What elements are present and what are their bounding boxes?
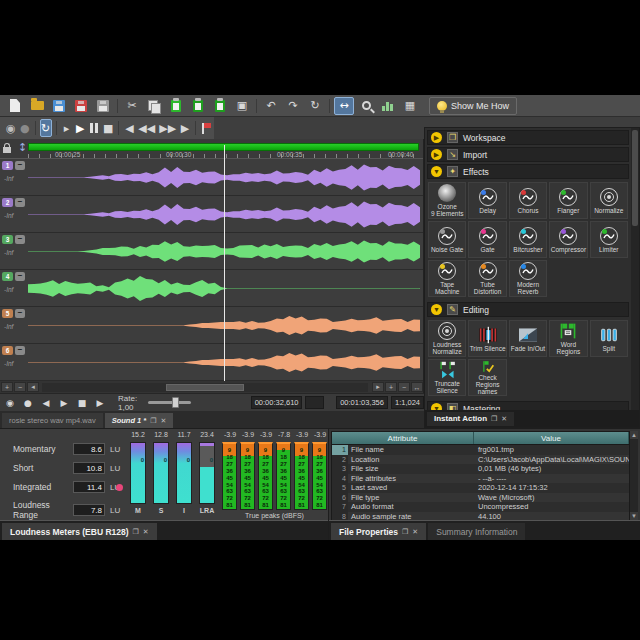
ripple-tool-icon[interactable]: ↕	[18, 142, 27, 153]
document-tab[interactable]: Sound 1 *❐✕	[105, 413, 174, 428]
go-start-icon[interactable]: ◀	[38, 396, 54, 410]
track-number-badge[interactable]: 1	[2, 161, 13, 170]
selection-tool-icon[interactable]: ▦	[400, 97, 420, 115]
editing-trim-silence[interactable]: Trim Silence	[468, 320, 506, 357]
scrollbar-thumb[interactable]	[166, 384, 244, 391]
rewind-icon[interactable]: ◀◀	[137, 119, 156, 137]
zoom-in-time-button[interactable]: +	[385, 382, 397, 392]
property-row-file-size[interactable]: 3File size0,01 MB (46 bytes)	[332, 464, 629, 474]
editing-check-regions-names[interactable]: Check Regions names	[468, 359, 506, 396]
property-row-last-saved[interactable]: 5Last saved2020-12-14 17:15:32	[332, 483, 629, 493]
track-number-badge[interactable]: 5	[2, 309, 13, 318]
section-header-workspace[interactable]: ▶❐Workspace	[427, 130, 629, 145]
tab-file-properties[interactable]: File Properties ❐ ✕	[331, 523, 426, 540]
save-as-icon[interactable]	[71, 97, 91, 115]
copy-icon[interactable]	[144, 97, 164, 115]
editing-loudness-normalize[interactable]: Loudness Normalize	[428, 320, 466, 357]
scroll-left-button[interactable]: ◂	[27, 382, 39, 392]
zoom-out-button[interactable]: −	[14, 382, 26, 392]
repeat-icon[interactable]: ↻	[305, 97, 325, 115]
play-all-icon[interactable]: ▸	[61, 119, 73, 137]
expand-arrow-icon[interactable]: ▶	[431, 132, 442, 143]
track-minimize-button[interactable]: −	[15, 346, 25, 355]
stop-icon[interactable]: ■	[74, 396, 90, 410]
close-icon[interactable]: ✕	[412, 528, 418, 536]
track-row-4[interactable]: 4−-Inf	[0, 270, 423, 307]
table-scrollbar[interactable]: ▲ ▼	[630, 431, 638, 520]
zoom-tool-icon[interactable]	[356, 97, 376, 115]
table-header[interactable]: Attribute Value	[332, 432, 629, 445]
expand-arrow-icon[interactable]: ▶	[431, 149, 442, 160]
undo-icon[interactable]: ↶	[261, 97, 281, 115]
cut-icon[interactable]: ✂	[122, 97, 142, 115]
effect-ozone-9-elements[interactable]: Ozone 9 Elements	[428, 182, 466, 219]
property-row-file-name[interactable]: 1File namefrg001.tmp	[332, 445, 629, 455]
go-end-icon[interactable]: ▶	[179, 119, 191, 137]
envelope-tool-icon[interactable]	[378, 97, 398, 115]
track-minimize-button[interactable]: −	[15, 235, 25, 244]
track-number-badge[interactable]: 3	[2, 235, 13, 244]
editing-split[interactable]: Split	[590, 320, 628, 357]
effect-normalize[interactable]: Normalize	[590, 182, 628, 219]
track-row-2[interactable]: 2−-Inf	[0, 196, 423, 233]
play-icon[interactable]: ▶	[92, 396, 108, 410]
go-end-icon[interactable]: ▶	[56, 396, 72, 410]
editing-fade-in-out[interactable]: Fade In/Out	[509, 320, 547, 357]
float-window-icon[interactable]: ❐	[133, 528, 139, 536]
lock-icon[interactable]	[3, 147, 11, 153]
track-minimize-button[interactable]: −	[15, 198, 25, 207]
track-number-badge[interactable]: 6	[2, 346, 13, 355]
panel-scrollbar[interactable]	[631, 128, 639, 410]
tab-loudness-meters[interactable]: Loudness Meters (EBU R128) ❐ ✕	[2, 523, 157, 540]
property-row-location[interactable]: 2LocationC:\Users\Jacob\AppData\Local\MA…	[332, 455, 629, 465]
record-icon[interactable]: ◉	[2, 396, 18, 410]
track-row-5[interactable]: 5−-Inf	[0, 307, 423, 344]
section-header-effects[interactable]: ▼✦Effects	[427, 164, 629, 179]
playhead-cursor[interactable]	[224, 145, 225, 381]
save-all-icon[interactable]	[93, 97, 113, 115]
pause-icon[interactable]	[88, 119, 100, 137]
effect-tape-machine[interactable]: Tape Machine	[428, 260, 466, 297]
scroll-right-button[interactable]: ▸	[372, 382, 384, 392]
property-row-file-type[interactable]: 6File typeWave (Microsoft)	[332, 493, 629, 503]
scrub-icon[interactable]: ↻	[40, 119, 52, 137]
fast-forward-icon[interactable]: ▶▶	[158, 119, 177, 137]
tab-instant-action[interactable]: Instant Action ❐ ✕	[427, 412, 514, 426]
editing-truncate-silence[interactable]: Truncate Silence	[428, 359, 466, 396]
track-minimize-button[interactable]: −	[15, 309, 25, 318]
section-header-editing[interactable]: ▼✎Editing	[427, 302, 629, 317]
marker-icon[interactable]	[200, 119, 213, 137]
effect-modern-reverb[interactable]: Modern Reverb	[509, 260, 547, 297]
fit-width-button[interactable]: ↔	[411, 382, 423, 392]
property-row-file-attributes[interactable]: 4File attributes- --a- ----	[332, 474, 629, 484]
collapse-arrow-icon[interactable]: ▼	[431, 166, 442, 177]
effect-flanger[interactable]: Flanger	[549, 182, 587, 219]
column-value[interactable]: Value	[474, 432, 629, 444]
track-row-6[interactable]: 6−-Inf	[0, 344, 423, 381]
scroll-up-icon[interactable]: ▲	[630, 431, 638, 439]
section-header-mastering[interactable]: ▼◧Mastering	[427, 401, 629, 410]
paste-insert-icon[interactable]	[188, 97, 208, 115]
paste-icon[interactable]	[166, 97, 186, 115]
play-icon[interactable]: ▶	[74, 119, 86, 137]
track-minimize-button[interactable]: −	[15, 161, 25, 170]
track-view[interactable]: ↕ 00:00:2500:00:3000:00:3500:00:40 1−-In…	[0, 139, 424, 393]
close-icon[interactable]: ✕	[501, 415, 507, 423]
effect-limiter[interactable]: Limiter	[590, 221, 628, 258]
horizontal-scrollbar[interactable]	[42, 383, 368, 392]
editing-word-regions[interactable]: Word Regions	[549, 320, 587, 357]
new-file-icon[interactable]	[5, 97, 25, 115]
track-row-1[interactable]: 1−-Inf	[0, 159, 423, 196]
record-icon[interactable]: ◉	[5, 119, 17, 137]
paste-mix-icon[interactable]	[210, 97, 230, 115]
effect-tube-distortion[interactable]: Tube Distortion	[468, 260, 506, 297]
close-icon[interactable]: ✕	[161, 417, 167, 425]
time-ruler[interactable]: ↕ 00:00:2500:00:3000:00:3500:00:40	[0, 139, 423, 159]
save-icon[interactable]	[49, 97, 69, 115]
document-tab[interactable]: rosie stereo wav mp4.wav	[2, 413, 103, 428]
open-file-icon[interactable]	[27, 97, 47, 115]
show-me-how-button[interactable]: Show Me How	[429, 97, 517, 115]
tab-summary-information[interactable]: Summary Information	[428, 523, 525, 540]
section-header-import[interactable]: ▶↘Import	[427, 147, 629, 162]
float-window-icon[interactable]: ❐	[150, 417, 156, 425]
